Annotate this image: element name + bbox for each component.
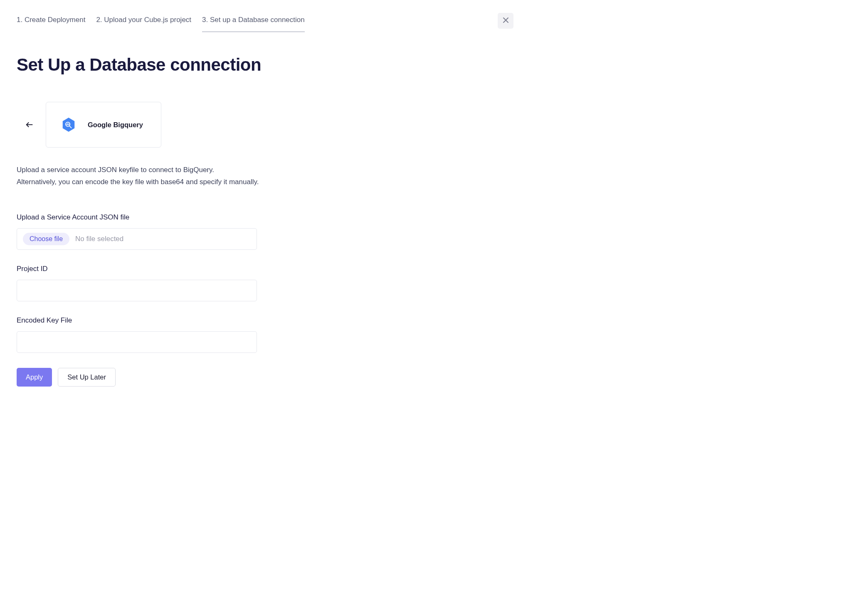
svg-rect-6 <box>67 124 67 125</box>
svg-rect-8 <box>69 124 69 126</box>
svg-rect-7 <box>67 123 68 125</box>
apply-button[interactable]: Apply <box>17 368 52 387</box>
file-input-wrapper[interactable]: Choose file No file selected <box>17 228 257 250</box>
arrow-left-icon <box>25 120 34 129</box>
step-setup-database[interactable]: 3. Set up a Database connection <box>202 16 305 32</box>
choose-file-button[interactable]: Choose file <box>23 233 69 245</box>
instructions-line1: Upload a service account JSON keyfile to… <box>17 164 511 176</box>
setup-steps: 1. Create Deployment 2. Upload your Cube… <box>17 16 305 32</box>
bigquery-icon <box>60 116 77 133</box>
project-id-input[interactable] <box>17 280 257 301</box>
project-id-label: Project ID <box>17 265 511 273</box>
page-title: Set Up a Database connection <box>17 55 511 75</box>
setup-later-button[interactable]: Set Up Later <box>58 368 116 387</box>
close-button[interactable] <box>498 13 513 29</box>
file-status-text: No file selected <box>75 235 123 243</box>
close-icon <box>503 17 509 25</box>
database-card: Google Bigquery <box>46 102 161 148</box>
encoded-key-input[interactable] <box>17 331 257 353</box>
step-upload-project[interactable]: 2. Upload your Cube.js project <box>96 16 191 32</box>
instructions-text: Upload a service account JSON keyfile to… <box>17 164 511 188</box>
back-button[interactable] <box>25 120 34 129</box>
database-name: Google Bigquery <box>88 121 143 129</box>
step-create-deployment[interactable]: 1. Create Deployment <box>17 16 85 32</box>
instructions-line2: Alternatively, you can encode the key fi… <box>17 176 511 188</box>
upload-file-label: Upload a Service Account JSON file <box>17 213 511 222</box>
encoded-key-label: Encoded Key File <box>17 316 511 325</box>
